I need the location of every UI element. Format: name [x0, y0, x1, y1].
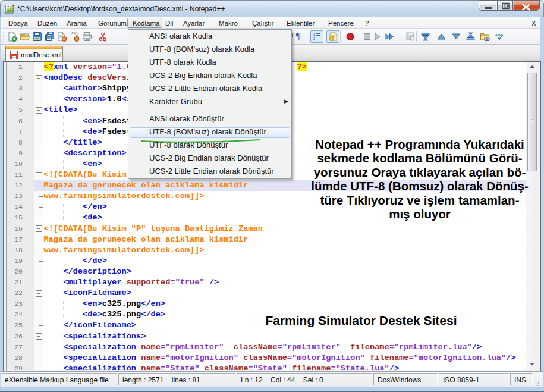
svg-text:2: 2 — [313, 37, 315, 40]
svg-text:1: 1 — [313, 33, 315, 36]
